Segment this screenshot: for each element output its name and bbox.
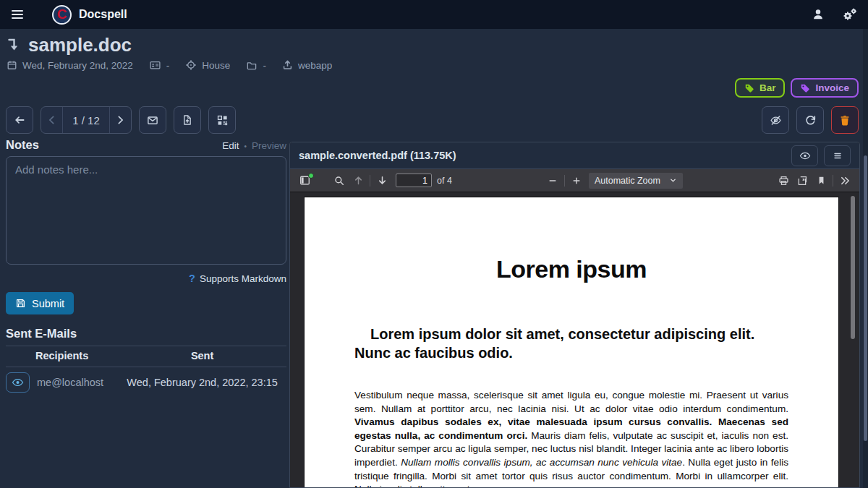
page-number-input[interactable] xyxy=(396,174,432,187)
bookmark-icon xyxy=(817,175,826,186)
print-button[interactable] xyxy=(774,171,793,190)
pdf-page: Lorem ipsum Lorem ipsum dolor sit amet, … xyxy=(304,197,839,487)
pdf-content-area[interactable]: Lorem ipsum Lorem ipsum dolor sit amet, … xyxy=(290,192,859,487)
item-meta-row: Wed, February 2nd, 2022 - House - webapp xyxy=(7,59,332,71)
markdown-hint[interactable]: ?Supports Markdown xyxy=(6,273,286,284)
tag-bar[interactable]: Bar xyxy=(735,78,786,98)
send-mail-button[interactable] xyxy=(139,106,166,134)
qr-code-button[interactable] xyxy=(208,106,236,134)
zoom-level-value: Automatic Zoom xyxy=(595,176,660,186)
folder-icon xyxy=(246,60,258,71)
logo-glyph: C xyxy=(57,7,67,21)
view-mail-button[interactable] xyxy=(6,372,30,393)
recipients-cell: me@localhost xyxy=(6,372,118,393)
tag-icon xyxy=(744,83,754,93)
chevron-left-icon xyxy=(48,116,55,124)
eye-slash-icon xyxy=(769,114,783,127)
minus-icon xyxy=(548,176,558,186)
envelope-icon xyxy=(146,114,159,127)
notes-tabs: Edit • Preview xyxy=(222,140,286,151)
app-logo[interactable]: C Docspell xyxy=(52,5,127,25)
eye-icon xyxy=(12,377,24,388)
docspell-app: C Docspell sample.d xyxy=(0,0,868,488)
eye-icon xyxy=(799,151,811,160)
arrow-turn-down-icon xyxy=(7,38,21,53)
zoom-in-button[interactable] xyxy=(567,171,586,190)
tab-preview[interactable]: Preview xyxy=(252,140,286,151)
pdf-doc-subtitle: Lorem ipsum dolor sit amet, consectetur … xyxy=(354,325,788,362)
tags-row: Bar Invoice xyxy=(735,78,859,98)
page-count-label: of 4 xyxy=(437,176,452,186)
page-scrollbar-thumb[interactable] xyxy=(864,155,867,441)
submit-button[interactable]: Submit xyxy=(6,292,74,314)
page-scrollbar-track[interactable] xyxy=(863,29,868,488)
printer-icon xyxy=(778,175,790,187)
notes-title: Notes xyxy=(6,138,39,152)
chevron-right-icon xyxy=(117,116,124,124)
prev-item-button[interactable] xyxy=(41,107,63,133)
item-title-row: sample.doc xyxy=(7,34,132,56)
arrow-up-icon xyxy=(353,175,364,186)
qrcode-icon xyxy=(216,114,229,127)
notes-input[interactable] xyxy=(6,156,286,265)
item-source: webapp xyxy=(282,59,332,71)
user-icon[interactable] xyxy=(812,8,825,21)
upload-file-button[interactable] xyxy=(174,106,201,134)
pdf-panel-header: sample.converted.pdf (113.75K) xyxy=(290,142,859,169)
pdf-header-buttons xyxy=(791,145,851,166)
sidebar-notification-dot xyxy=(308,173,314,179)
tab-separator: • xyxy=(244,142,247,150)
hide-preview-button[interactable] xyxy=(762,106,789,134)
download-button[interactable] xyxy=(793,171,812,190)
next-item-button[interactable] xyxy=(109,107,131,133)
pdf-doc-title: Lorem ipsum xyxy=(354,255,788,283)
toolbar-right xyxy=(762,106,859,134)
left-column: Notes Edit • Preview ?Supports Markdown … xyxy=(6,138,286,393)
tag-icon xyxy=(800,83,810,93)
pdf-viewer-panel: sample.converted.pdf (113.75K) xyxy=(289,142,860,488)
mail-recipient: me@localhost xyxy=(37,377,103,388)
tab-edit[interactable]: Edit xyxy=(222,140,239,151)
find-button[interactable] xyxy=(330,171,349,190)
id-card-icon xyxy=(149,59,161,71)
arrow-down-icon xyxy=(377,175,388,186)
next-page-button[interactable] xyxy=(373,171,391,190)
search-icon xyxy=(333,175,345,187)
column-sent: Sent xyxy=(118,350,286,361)
zoom-level-select[interactable]: Automatic Zoom xyxy=(589,173,683,189)
file-arrow-up-icon xyxy=(182,114,193,127)
bars-icon xyxy=(833,151,843,160)
notes-header: Notes Edit • Preview xyxy=(6,138,286,152)
chevron-double-right-icon xyxy=(839,176,851,186)
tag-invoice[interactable]: Invoice xyxy=(791,78,859,98)
item-correspondent: - xyxy=(149,59,170,71)
previous-page-button[interactable] xyxy=(349,171,367,190)
bookmark-button[interactable] xyxy=(812,171,830,190)
pdf-scrollbar-thumb[interactable] xyxy=(851,196,855,339)
pdf-view-mode-button[interactable] xyxy=(791,145,818,166)
back-button[interactable] xyxy=(6,106,33,134)
para-italic-text: Nullam mollis convallis ipsum, ac accums… xyxy=(401,457,682,468)
rotate-right-icon xyxy=(804,114,817,127)
pdf-menu-button[interactable] xyxy=(824,145,851,166)
zoom-out-button[interactable] xyxy=(543,171,562,190)
sent-emails-heading: Sent E-Mails xyxy=(6,327,286,346)
sent-emails-table-header: Recipients Sent xyxy=(6,346,286,367)
pdf-filename: sample.converted.pdf (113.75K) xyxy=(299,150,456,161)
calendar-icon xyxy=(7,59,17,71)
docspell-logo-icon: C xyxy=(52,5,72,25)
menu-hamburger-icon[interactable] xyxy=(10,4,35,25)
trash-icon xyxy=(839,114,851,127)
page-indicator: 1 / 12 xyxy=(63,107,109,133)
chevron-down-icon xyxy=(669,176,677,184)
delete-button[interactable] xyxy=(831,106,859,134)
sidebar-toggle-button[interactable] xyxy=(295,171,314,190)
more-tools-button[interactable] xyxy=(835,171,854,190)
item-date: Wed, February 2nd, 2022 xyxy=(7,59,133,71)
app-name: Docspell xyxy=(79,8,127,21)
table-row: me@localhost Wed, February 2nd, 2022, 23… xyxy=(6,372,286,393)
settings-gears-icon[interactable] xyxy=(842,7,858,22)
reprocess-button[interactable] xyxy=(796,106,824,134)
pdfjs-toolbar: of 4 Automatic Zoom xyxy=(290,169,859,192)
arrow-left-icon xyxy=(13,114,26,126)
